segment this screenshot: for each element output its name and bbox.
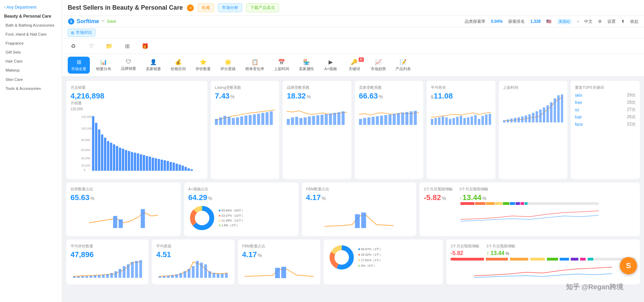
tab-label-price: 价格区间 (171, 66, 186, 72)
sidebar-item-skin[interactable]: Skin Care (0, 75, 62, 84)
svg-rect-75 (371, 117, 375, 125)
keyword-row-hair: hair 26次 (575, 114, 636, 120)
sidebar-item-hair[interactable]: Hair Care (0, 57, 62, 66)
sorftime-stats: 品类探索率 0.04% 探索排名 1,328 🇺🇸 美国站 › 中文 ⚙ 设置 … (465, 19, 638, 25)
svg-rect-48 (232, 118, 235, 125)
svg-rect-96 (467, 117, 470, 125)
region-tag[interactable]: 美国站 (557, 19, 572, 25)
svg-rect-105 (510, 119, 512, 122)
tool-icon-recycle[interactable]: ♻ (68, 40, 79, 51)
svg-rect-154 (131, 262, 134, 278)
tab-sales-dist[interactable]: 📊 销量分布 (93, 57, 115, 74)
tool-icon-grid[interactable]: ⊞ (122, 40, 133, 51)
svg-rect-24 (137, 153, 139, 171)
tool-icon-heart[interactable]: ♡ (86, 40, 97, 51)
tab-rank-change[interactable]: 📋 榜单变化率 (242, 57, 268, 74)
svg-rect-90 (445, 117, 448, 125)
sidebar-item-bath[interactable]: Bath & Bathing Accessories (0, 21, 62, 30)
keyword-hair[interactable]: hair (575, 115, 582, 120)
brand-monopoly-label: 品牌垄断系数 (287, 85, 347, 90)
seller-monopoly-value: 66.63 (359, 92, 378, 101)
svg-rect-78 (384, 115, 387, 125)
tool-icon-folder[interactable]: 📁 (104, 40, 115, 51)
svg-rect-164 (188, 269, 190, 278)
svg-rect-16 (113, 144, 115, 171)
keyword-free[interactable]: free (575, 100, 582, 105)
stats-top-row: 月总销量 4,216,898 月销量 120,000 120,000 100,0… (66, 81, 640, 179)
sidebar-item-makeup[interactable]: Makeup (0, 66, 62, 75)
tab-product-list[interactable]: 📝 产品列表 (392, 57, 414, 74)
svg-rect-139 (525, 202, 528, 205)
svg-rect-134 (495, 202, 502, 205)
svg-rect-30 (155, 158, 157, 171)
svg-rect-119 (561, 94, 563, 122)
market-compare-tag[interactable]: ⊞ 市场对比 (68, 29, 95, 37)
keyword-skin[interactable]: skin (575, 93, 582, 98)
sidebar-item-tools[interactable]: Tools & Accessories (0, 84, 62, 93)
tab-rating[interactable]: 🌟 评分星级 (217, 57, 239, 74)
settings-label[interactable]: 设置 (607, 19, 616, 25)
svg-rect-138 (521, 202, 524, 205)
tab-brand-sales[interactable]: 🛡 品牌销量 (117, 57, 140, 74)
tool-icon-gift[interactable]: 🎁 (140, 40, 151, 51)
svg-rect-44 (215, 119, 218, 125)
tab-review-count[interactable]: ⭐ 评价数量 (192, 57, 214, 74)
collect-button[interactable]: 收藏 (198, 3, 214, 12)
svg-rect-72 (359, 119, 362, 125)
svg-rect-153 (127, 264, 130, 278)
svg-rect-87 (435, 118, 437, 125)
growth-2m-bottom-value: -5.82 (451, 250, 479, 256)
svg-rect-114 (543, 107, 545, 123)
avg-rating-label: 平均星级 (156, 244, 230, 249)
tab-seller-attr[interactable]: 🏪 卖家属性 (295, 57, 318, 74)
svg-rect-132 (475, 202, 485, 205)
fbm-ratio-unit: % (321, 196, 325, 201)
tab-aplus[interactable]: ▶ A+视频 (320, 57, 341, 74)
keyword-skin-count: 29次 (627, 92, 636, 98)
trend-chart (424, 202, 636, 223)
tab-label-aplus: A+视频 (324, 66, 337, 72)
svg-rect-167 (200, 263, 203, 278)
tab-keywords[interactable]: 🔑 关键词 新 (344, 57, 364, 74)
tab-trend[interactable]: 📈 市场趋势 (367, 57, 389, 74)
monthly-sales-card: 月总销量 4,216,898 月销量 120,000 120,000 100,0… (66, 81, 207, 179)
svg-rect-39 (181, 166, 184, 171)
svg-rect-41 (188, 168, 190, 171)
growth-line-chart (451, 262, 636, 279)
market-analysis-button[interactable]: 市场分析 (218, 3, 242, 12)
page-header: Best Sellers in Beauty & Personal Care ⊙… (62, 0, 644, 16)
self-sales-chart (70, 202, 177, 230)
tab-market-full[interactable]: ⊞ 市场全量 (68, 57, 90, 74)
sidebar-any-dept[interactable]: Any Department (0, 3, 62, 12)
sidebar-item-gift[interactable]: Gift Sets (0, 48, 62, 57)
sorftime-save[interactable]: Save (107, 19, 116, 24)
sorftime-logo: S Sorftime ™ Save (68, 18, 116, 25)
tab-label-attr: 卖家属性 (299, 66, 314, 72)
svg-rect-133 (486, 202, 495, 205)
tab-price-range[interactable]: 💰 价格区间 (167, 57, 189, 74)
sidebar-item-fragrance[interactable]: Fragrance (0, 39, 62, 48)
keyword-row-oz: oz 27次 (575, 107, 636, 113)
seller-monopoly-unit: % (379, 94, 383, 100)
keyword-face[interactable]: face (575, 122, 583, 127)
lang-tag[interactable]: 中文 (584, 19, 593, 25)
tab-icon-trend: 📈 (375, 59, 382, 65)
tab-seller-sales[interactable]: 👤 卖家销量 (142, 57, 164, 74)
svg-rect-32 (161, 160, 163, 171)
keyword-oz[interactable]: oz (575, 107, 579, 112)
fbm-chart (306, 202, 412, 230)
avg-price-card: 平均售价 $ 11.08 (427, 81, 495, 179)
svg-rect-175 (281, 267, 286, 278)
tab-label-rating: 评分星级 (220, 66, 236, 72)
sorftime-s-icon[interactable]: S (620, 257, 637, 274)
download-button[interactable]: 下载产品卖点 (246, 3, 279, 12)
collect-label[interactable]: 收起 (630, 19, 638, 25)
sidebar-item-foot[interactable]: Foot, Hand & Nail Care (0, 30, 62, 39)
keywords-new-badge: 新 (359, 57, 364, 62)
self-sales-card: 自营数量占比 65.63 % (66, 182, 181, 236)
svg-rect-31 (158, 159, 160, 171)
fbm-small-chart (242, 259, 316, 278)
svg-rect-103 (503, 120, 505, 122)
monthly-sales-value: 4,216,898 (70, 92, 203, 101)
tab-listing-time[interactable]: 📅 上架时间 (271, 57, 293, 74)
